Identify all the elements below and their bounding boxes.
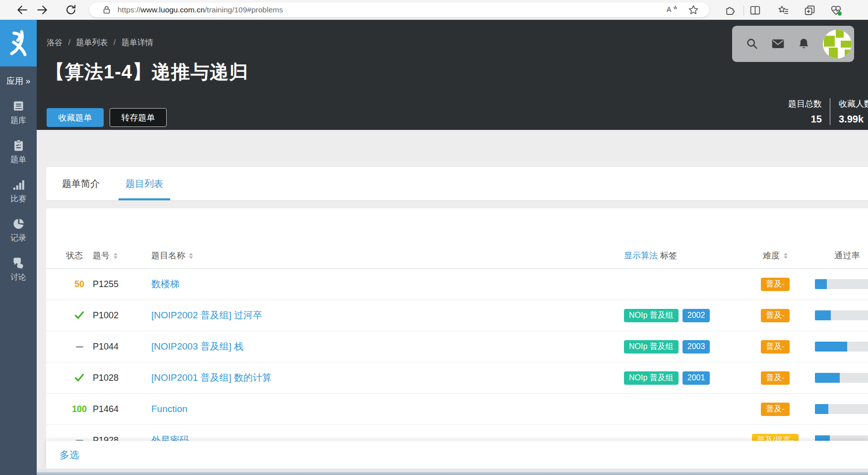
breadcrumb: 洛谷 / 题单列表 / 题单详情 bbox=[47, 38, 153, 48]
page-title: 【算法1-4】递推与递归 bbox=[46, 59, 248, 85]
table-body: 50 P1255 数楼梯 普及- P1002 [NOIP2002 普及组] 过河… bbox=[46, 269, 868, 456]
sidebar-item-record[interactable]: 记录 bbox=[0, 217, 37, 243]
search-icon[interactable] bbox=[745, 37, 759, 51]
stat-problem-count: 题目总数 15 bbox=[734, 98, 822, 125]
sort-icon[interactable] bbox=[114, 253, 118, 259]
refresh-icon[interactable] bbox=[64, 3, 77, 16]
pass-rate-fill bbox=[815, 310, 831, 320]
tag-badge[interactable]: NOIp 普及组 bbox=[624, 371, 679, 385]
url-text: https://www.luogu.com.cn/training/109#pr… bbox=[118, 5, 283, 14]
status-score: 100 bbox=[72, 404, 87, 415]
user-panel bbox=[732, 26, 854, 62]
sidebar-item-label: 题单 bbox=[10, 155, 26, 165]
col-difficulty: 难度 bbox=[736, 250, 815, 261]
status-cell: 50 bbox=[66, 279, 93, 290]
training-stats: 题目总数 15 收藏人数 3.99k bbox=[734, 98, 868, 125]
svg-text:A: A bbox=[667, 5, 672, 13]
difficulty-badge[interactable]: 普及- bbox=[761, 278, 789, 291]
status-check-icon bbox=[74, 310, 85, 321]
browser-essentials-icon[interactable] bbox=[830, 4, 842, 16]
sidebar-apps[interactable]: 应用 » bbox=[0, 75, 37, 87]
col-pass-rate: 通过率 bbox=[815, 250, 868, 261]
tab-training-intro[interactable]: 题单简介 bbox=[55, 167, 107, 200]
luogu-logo[interactable] bbox=[0, 20, 37, 66]
problem-title-link[interactable]: [NOIP2003 普及组] 栈 bbox=[151, 341, 244, 352]
status-dash bbox=[76, 346, 83, 348]
breadcrumb-training-list[interactable]: 题单列表 bbox=[76, 38, 108, 47]
chart-bars-icon bbox=[12, 178, 25, 191]
split-screen-icon[interactable] bbox=[749, 4, 761, 16]
stat-favorite-count: 收藏人数 3.99k bbox=[830, 98, 868, 125]
book-icon bbox=[12, 100, 25, 113]
table-row: P1002 [NOIP2002 普及组] 过河卒 NOIp 普及组2002 普及… bbox=[46, 300, 868, 331]
favorite-training-button[interactable]: 收藏题单 bbox=[47, 108, 104, 127]
problem-title-link[interactable]: [NOIP2001 普及组] 数的计算 bbox=[151, 372, 272, 383]
problem-title-link[interactable]: Function bbox=[151, 404, 187, 414]
read-aloud-icon[interactable]: A bbox=[666, 4, 678, 16]
tab-problem-list[interactable]: 题目列表 bbox=[119, 167, 170, 200]
problem-id: P1464 bbox=[93, 404, 151, 415]
forward-icon[interactable] bbox=[36, 3, 49, 16]
status-cell bbox=[66, 346, 93, 348]
avatar[interactable] bbox=[823, 30, 852, 59]
toolbar-divider bbox=[744, 5, 744, 15]
sidebar-item-discuss[interactable]: 讨论 bbox=[0, 256, 37, 283]
back-icon[interactable] bbox=[16, 3, 29, 16]
tag-badge[interactable]: 2001 bbox=[682, 371, 710, 385]
status-cell bbox=[66, 372, 93, 383]
table-row: 50 P1255 数楼梯 普及- bbox=[46, 269, 868, 300]
status-score: 50 bbox=[74, 279, 84, 290]
collections-icon[interactable] bbox=[804, 4, 816, 16]
sort-icon[interactable] bbox=[189, 253, 193, 259]
problem-title-link[interactable]: 数楼梯 bbox=[151, 279, 180, 289]
extensions-icon[interactable] bbox=[724, 4, 737, 16]
status-cell bbox=[66, 310, 93, 321]
browser-extensions-row bbox=[724, 4, 842, 16]
address-bar[interactable]: https://www.luogu.com.cn/training/109#pr… bbox=[89, 2, 709, 17]
pie-chart-icon bbox=[12, 217, 25, 231]
page-header: 洛谷 / 题单列表 / 题单详情 【算法1-4】递推与递归 收藏题单 转存题单 … bbox=[37, 20, 868, 130]
luogu-logo-icon bbox=[7, 29, 30, 58]
bell-icon[interactable] bbox=[797, 37, 810, 51]
tag-list: NOIp 普及组2001 bbox=[624, 371, 736, 385]
pass-rate-bar bbox=[815, 310, 868, 320]
tag-badge[interactable]: NOIp 普及组 bbox=[624, 309, 679, 322]
problem-id: P1255 bbox=[93, 279, 151, 290]
favorites-bar-icon[interactable] bbox=[777, 4, 790, 16]
window-edge bbox=[37, 472, 868, 475]
pass-rate-fill bbox=[815, 342, 847, 352]
show-algorithm-link[interactable]: 显示算法 bbox=[624, 250, 658, 261]
tag-badge[interactable]: 2003 bbox=[682, 340, 710, 354]
mail-icon[interactable] bbox=[771, 37, 785, 51]
tag-badge[interactable]: NOIp 普及组 bbox=[624, 340, 679, 354]
sidebar-item-training[interactable]: 题单 bbox=[0, 139, 37, 165]
sidebar-item-label: 题库 bbox=[10, 116, 26, 126]
sidebar-item-label: 记录 bbox=[10, 233, 26, 243]
sidebar-item-label: 讨论 bbox=[10, 272, 26, 283]
col-id: 题号 bbox=[93, 250, 151, 261]
difficulty-badge[interactable]: 普及- bbox=[761, 309, 789, 322]
problem-table-card: 状态 题号 题目名称 显示算法 标签 难度 通过率 50 P1255 数楼梯 普… bbox=[46, 208, 868, 475]
status-cell: 100 bbox=[66, 404, 93, 415]
pass-rate-bar bbox=[815, 404, 868, 414]
col-tags: 显示算法 标签 bbox=[624, 250, 736, 261]
multi-select-link[interactable]: 多选 bbox=[60, 448, 79, 462]
breadcrumb-home[interactable]: 洛谷 bbox=[47, 38, 62, 47]
problem-title-link[interactable]: [NOIP2002 普及组] 过河卒 bbox=[151, 310, 262, 320]
sort-icon[interactable] bbox=[784, 253, 788, 259]
difficulty-badge[interactable]: 普及- bbox=[761, 371, 789, 385]
table-row: P1028 [NOIP2001 普及组] 数的计算 NOIp 普及组2001 普… bbox=[46, 362, 868, 394]
transfer-training-button[interactable]: 转存题单 bbox=[110, 108, 167, 127]
difficulty-badge[interactable]: 普及- bbox=[761, 340, 789, 354]
sidebar-item-problemset[interactable]: 题库 bbox=[0, 100, 37, 126]
favorite-star-icon[interactable] bbox=[687, 4, 699, 16]
clipboard-icon bbox=[12, 139, 25, 152]
problem-id: P1002 bbox=[93, 310, 151, 321]
col-name: 题目名称 bbox=[151, 250, 624, 261]
tag-badge[interactable]: 2002 bbox=[682, 309, 710, 322]
sidebar-item-contest[interactable]: 比赛 bbox=[0, 178, 37, 204]
tag-list: NOIp 普及组2002 bbox=[624, 309, 736, 322]
pass-rate-fill bbox=[815, 404, 828, 414]
tag-list: NOIp 普及组2003 bbox=[624, 340, 736, 354]
difficulty-badge[interactable]: 普及- bbox=[761, 403, 789, 416]
